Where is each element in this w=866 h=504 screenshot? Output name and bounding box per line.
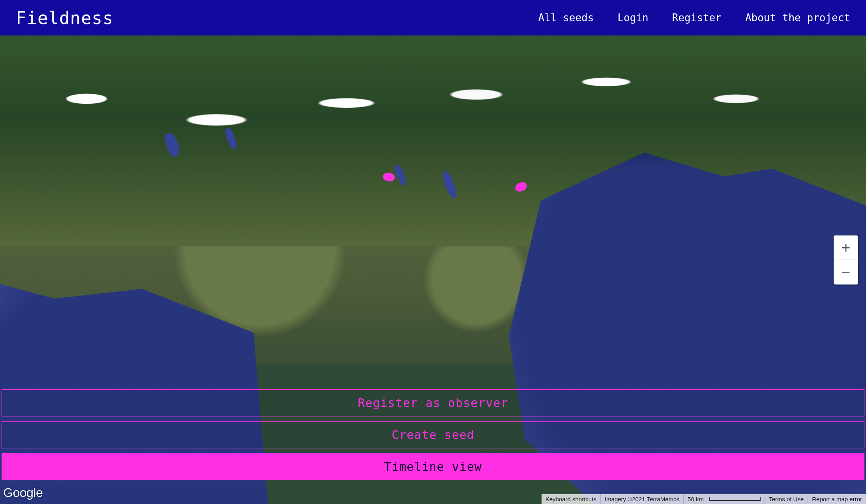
map-scale: 50 km [683, 494, 765, 504]
keyboard-shortcuts-button[interactable]: Keyboard shortcuts [542, 494, 600, 504]
register-observer-button[interactable]: Register as observer [2, 389, 864, 416]
map-scale-label: 50 km [688, 496, 704, 502]
google-logo[interactable]: Google [3, 485, 43, 500]
map-scale-line-icon [709, 497, 761, 501]
nav-register[interactable]: Register [672, 12, 722, 24]
create-seed-button[interactable]: Create seed [2, 421, 864, 448]
nav-login[interactable]: Login [617, 12, 648, 24]
brand-title[interactable]: Fieldness [16, 8, 113, 28]
zoom-in-button[interactable]: + [834, 235, 858, 260]
map-canvas[interactable]: + − Register as observer Create seed Tim… [0, 35, 866, 504]
map-attribution-bar: Keyboard shortcuts Imagery ©2021 TerraMe… [542, 494, 866, 504]
overlay-action-bars: Register as observer Create seed Timelin… [0, 389, 866, 480]
timeline-view-button[interactable]: Timeline view [2, 453, 864, 480]
zoom-control: + − [834, 235, 858, 284]
imagery-attribution: Imagery ©2021 TerraMetrics [600, 494, 683, 504]
zoom-out-button[interactable]: − [834, 260, 858, 284]
nav-links: All seeds Login Register About the proje… [538, 12, 850, 24]
terms-of-use-link[interactable]: Terms of Use [765, 494, 808, 504]
nav-all-seeds[interactable]: All seeds [538, 12, 594, 24]
top-nav: Fieldness All seeds Login Register About… [0, 0, 866, 35]
nav-about[interactable]: About the project [745, 12, 850, 24]
report-map-error-link[interactable]: Report a map error [808, 494, 866, 504]
